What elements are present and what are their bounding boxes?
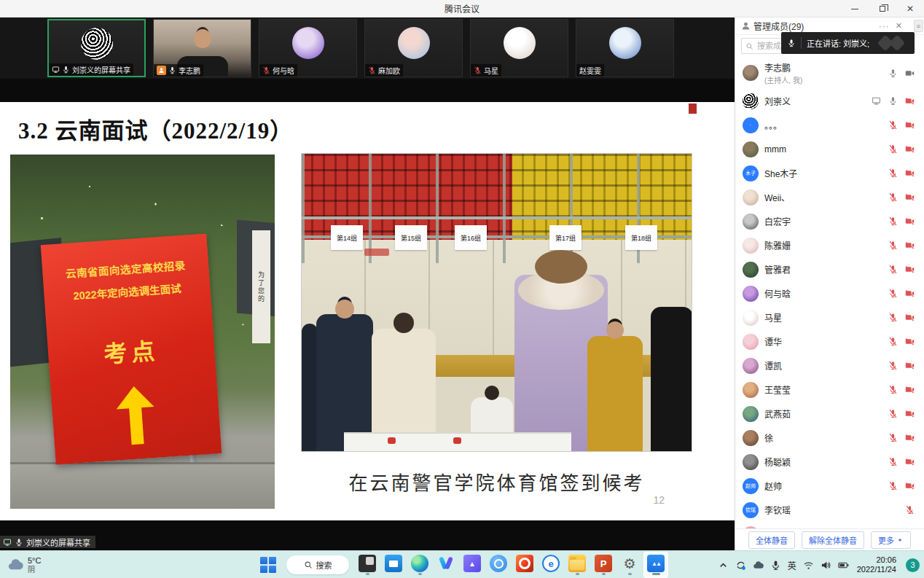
camera-off-icon[interactable] bbox=[905, 481, 915, 491]
mic-muted-icon[interactable] bbox=[888, 120, 898, 130]
taskbar-app-microsoft-store[interactable] bbox=[381, 552, 406, 578]
mute-all-button[interactable]: 全体静音 bbox=[748, 531, 795, 549]
battery-icon[interactable] bbox=[838, 560, 849, 571]
taskbar-app-blue-circle-app[interactable] bbox=[486, 552, 511, 578]
camera-off-icon[interactable] bbox=[905, 144, 915, 154]
member-row[interactable]: mmm bbox=[735, 137, 924, 161]
panel-close-button[interactable]: ✕ bbox=[896, 21, 902, 31]
mic-muted-icon[interactable] bbox=[888, 433, 898, 442]
start-button[interactable] bbox=[259, 556, 277, 574]
mic-muted-icon[interactable] bbox=[888, 409, 898, 418]
member-row[interactable]: 徐 bbox=[735, 426, 924, 450]
member-row[interactable]: 赵帅赵帅 bbox=[735, 474, 924, 498]
camera-off-icon[interactable] bbox=[905, 289, 915, 298]
mic-muted-icon[interactable] bbox=[905, 505, 915, 515]
taskbar-app-edge-browser[interactable] bbox=[407, 552, 432, 578]
mic-muted-icon[interactable] bbox=[888, 241, 898, 250]
mic-muted-icon[interactable] bbox=[888, 265, 898, 274]
member-row[interactable]: 钦瑶李钦瑶 bbox=[735, 498, 924, 522]
member-row[interactable]: 管雅君 bbox=[735, 257, 924, 281]
restore-button[interactable] bbox=[869, 0, 896, 17]
mic-muted-icon[interactable] bbox=[888, 144, 898, 154]
video-tile[interactable]: 李志鹏 bbox=[153, 19, 251, 77]
taskbar-search[interactable]: 搜索 bbox=[286, 555, 349, 574]
taskbar-app-dark-app[interactable] bbox=[355, 552, 380, 578]
member-row[interactable]: 麻加欧 bbox=[735, 522, 924, 528]
clock[interactable]: 20:06 2022/11/24 bbox=[857, 555, 896, 574]
panel-grip-handle[interactable]: ≡ bbox=[914, 20, 923, 32]
member-row[interactable]: 何与晗 bbox=[735, 281, 924, 305]
camera-off-icon[interactable] bbox=[905, 120, 915, 130]
member-row[interactable]: 谭凯 bbox=[735, 354, 924, 378]
video-tile[interactable]: 刘崇义的屏幕共享 bbox=[47, 19, 146, 77]
camera-off-icon[interactable] bbox=[905, 168, 915, 178]
unmute-all-button[interactable]: 解除全体静音 bbox=[802, 531, 864, 549]
member-name: 李钦瑶 bbox=[764, 504, 905, 516]
notification-badge[interactable]: 3 bbox=[906, 558, 920, 572]
more-actions-button[interactable]: 更多 bbox=[871, 531, 911, 549]
taskbar-app-tencent-meeting[interactable]: ▲▲ bbox=[643, 552, 668, 578]
member-row[interactable]: ·。。。 bbox=[735, 113, 924, 137]
video-tile[interactable]: 何与晗 bbox=[259, 19, 357, 77]
minimize-button[interactable] bbox=[841, 0, 869, 17]
taskbar-app-file-explorer[interactable] bbox=[565, 552, 590, 578]
mic-icon[interactable] bbox=[770, 560, 781, 571]
member-row[interactable]: 王莹莹 bbox=[735, 378, 924, 402]
video-tile[interactable]: 麻加欧 bbox=[364, 19, 463, 77]
camera-off-icon[interactable] bbox=[905, 433, 915, 442]
camera-off-icon[interactable] bbox=[905, 241, 915, 250]
member-row[interactable]: 刘崇义 bbox=[735, 89, 924, 113]
taskbar-app-office[interactable] bbox=[512, 552, 537, 578]
mic-muted-icon[interactable] bbox=[888, 168, 898, 178]
mic-muted-icon[interactable] bbox=[888, 313, 898, 322]
video-tile[interactable]: 马星 bbox=[470, 19, 568, 77]
camera-off-icon[interactable] bbox=[905, 313, 915, 322]
camera-off-icon[interactable] bbox=[905, 192, 915, 202]
member-row[interactable]: 木子She木子 bbox=[735, 161, 924, 185]
member-row[interactable]: 白宏宇 bbox=[735, 209, 924, 233]
participant-name-label: 刘崇义的屏幕共享 bbox=[49, 63, 133, 76]
video-tile[interactable]: 赵雯雯 bbox=[576, 19, 674, 77]
mic-muted-icon[interactable] bbox=[888, 289, 898, 298]
taskbar-app-purple-a-app[interactable]: ▲ bbox=[460, 552, 485, 578]
member-row[interactable]: 武燕茹 bbox=[735, 402, 924, 426]
member-row[interactable]: 杨聪颖 bbox=[735, 450, 924, 474]
mic-muted-icon[interactable] bbox=[888, 385, 898, 394]
member-row[interactable]: Weii、 bbox=[735, 185, 924, 209]
weather-widget[interactable]: 5°C 阴 bbox=[7, 551, 41, 578]
mic-muted-icon[interactable] bbox=[888, 192, 898, 202]
taskbar-app-settings[interactable]: ⚙ bbox=[617, 552, 642, 578]
mic-icon[interactable] bbox=[888, 96, 898, 106]
mic-muted-icon[interactable] bbox=[888, 337, 898, 346]
camera-off-icon[interactable] bbox=[905, 361, 915, 370]
tray-overflow-chevron-icon[interactable] bbox=[718, 560, 729, 571]
mic-icon[interactable] bbox=[888, 69, 898, 78]
ime-indicator[interactable]: 英 bbox=[788, 559, 796, 571]
taskbar-app-e-app[interactable]: e bbox=[539, 552, 563, 578]
mic-muted-icon[interactable] bbox=[888, 457, 898, 466]
camera-off-icon[interactable] bbox=[905, 409, 915, 418]
camera-icon[interactable] bbox=[905, 69, 915, 78]
camera-off-icon[interactable] bbox=[905, 216, 915, 226]
volume-icon[interactable] bbox=[821, 560, 831, 571]
taskbar-app-v-video-app[interactable] bbox=[434, 552, 458, 578]
close-button[interactable]: ✕ bbox=[896, 0, 924, 17]
cloud-icon[interactable] bbox=[753, 560, 764, 571]
mic-muted-icon[interactable] bbox=[888, 216, 898, 226]
camera-off-icon[interactable] bbox=[905, 385, 915, 394]
member-row[interactable]: 李志鹏(主持人, 我) bbox=[735, 57, 924, 89]
sync-icon[interactable] bbox=[735, 560, 746, 571]
member-row[interactable]: 陈雅姗 bbox=[735, 233, 924, 257]
camera-off-icon[interactable] bbox=[905, 457, 915, 466]
wifi-icon[interactable] bbox=[803, 560, 814, 571]
mic-muted-icon[interactable] bbox=[888, 481, 898, 491]
member-row[interactable]: 谭华 bbox=[735, 329, 924, 354]
camera-off-icon[interactable] bbox=[905, 337, 915, 346]
camera-off-icon[interactable] bbox=[905, 96, 915, 106]
screen-share-icon[interactable] bbox=[872, 96, 881, 106]
mic-muted-icon[interactable] bbox=[888, 361, 898, 370]
camera-off-icon[interactable] bbox=[905, 265, 915, 274]
taskbar-app-powerpoint[interactable]: P bbox=[591, 552, 616, 578]
member-row[interactable]: 马星 bbox=[735, 305, 924, 329]
panel-more-button[interactable]: ··· bbox=[879, 21, 890, 31]
